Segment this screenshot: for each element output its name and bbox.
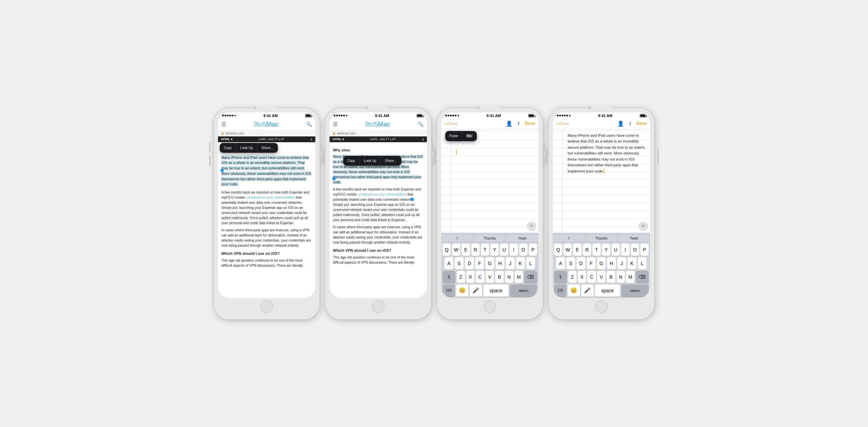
key-shift-4[interactable]: ⇧ — [554, 271, 567, 283]
share-icon-3[interactable]: ⬆ — [517, 121, 521, 126]
key-o-4[interactable]: O — [631, 244, 639, 256]
biu-button-3[interactable]: B|U — [463, 131, 477, 141]
key-e-4[interactable]: E — [573, 244, 581, 256]
copy-button-2[interactable]: Copy — [343, 156, 360, 166]
key-t-3[interactable]: T — [481, 244, 489, 256]
key-q-3[interactable]: Q — [443, 244, 451, 256]
key-b-4[interactable]: B — [607, 271, 615, 283]
key-h-3[interactable]: H — [496, 257, 504, 269]
key-h-4[interactable]: H — [607, 257, 616, 269]
suggestion-yeah-3[interactable]: Yeah — [506, 234, 538, 242]
key-e-3[interactable]: E — [462, 244, 470, 256]
share-button-1[interactable]: Share... — [257, 143, 278, 153]
plus-button-4[interactable]: + — [638, 221, 648, 231]
key-t-4[interactable]: T — [592, 244, 601, 256]
lookup-button-1[interactable]: Look Up — [236, 143, 257, 153]
done-button-3[interactable]: Done — [525, 121, 535, 126]
plus-button-3[interactable]: + — [527, 221, 536, 231]
paste-button-3[interactable]: Paste — [445, 131, 463, 141]
key-g-4[interactable]: G — [597, 257, 606, 269]
hamburger-icon-1[interactable]: ☰ — [221, 121, 226, 128]
key-s-3[interactable]: S — [455, 257, 464, 269]
suggestion-yeah-4[interactable]: Yeah — [618, 234, 650, 242]
share-button-2[interactable]: Share... — [381, 156, 401, 166]
key-v-3[interactable]: V — [486, 271, 494, 283]
key-i-3[interactable]: I — [510, 244, 518, 256]
key-emoji-4[interactable]: 😊 — [568, 284, 580, 297]
key-mic-4[interactable]: 🎤 — [581, 284, 594, 297]
key-r-4[interactable]: R — [583, 244, 591, 256]
key-p-4[interactable]: P — [640, 244, 649, 256]
key-g-3[interactable]: G — [485, 257, 494, 269]
suggestion-i-4[interactable]: I — [553, 234, 585, 242]
notes-back-3[interactable]: ‹ iCloud — [445, 121, 457, 126]
key-d-3[interactable]: D — [465, 257, 474, 269]
key-v-4[interactable]: V — [597, 271, 605, 283]
key-w-4[interactable]: W — [564, 244, 572, 256]
key-y-3[interactable]: Y — [490, 244, 499, 256]
key-z-3[interactable]: Z — [457, 271, 465, 283]
key-o-3[interactable]: O — [519, 244, 528, 256]
key-q-4[interactable]: Q — [554, 244, 562, 256]
key-m-3[interactable]: M — [515, 271, 523, 283]
key-f-4[interactable]: F — [587, 257, 596, 269]
key-n-3[interactable]: N — [505, 271, 513, 283]
key-u-4[interactable]: U — [612, 244, 620, 256]
suggestion-thanks-4[interactable]: Thanks — [585, 234, 618, 242]
key-k-3[interactable]: K — [516, 257, 525, 269]
key-f-3[interactable]: F — [475, 257, 484, 269]
key-c-4[interactable]: C — [587, 271, 596, 283]
key-j-3[interactable]: J — [506, 257, 515, 269]
key-mic-3[interactable]: 🎤 — [470, 284, 482, 297]
lookup-button-2[interactable]: Look Up — [360, 156, 381, 166]
home-button-1[interactable] — [260, 300, 273, 313]
key-s-4[interactable]: S — [566, 257, 575, 269]
key-z-4[interactable]: Z — [568, 271, 577, 283]
key-k-4[interactable]: K — [628, 257, 636, 269]
person-icon-4[interactable]: 👤 — [617, 120, 624, 127]
notes-back-4[interactable]: ‹ iCloud — [556, 121, 569, 126]
key-l-3[interactable]: L — [526, 257, 535, 269]
search-icon-1[interactable]: 🔍 — [306, 121, 312, 127]
key-l-4[interactable]: L — [638, 257, 647, 269]
article-link-1[interactable]: contained security vulnerabilities — [246, 196, 295, 199]
key-space-4[interactable]: space — [595, 284, 620, 297]
key-delete-4[interactable]: ⌫ — [636, 271, 649, 283]
key-w-3[interactable]: W — [452, 244, 460, 256]
done-button-4[interactable]: Done — [636, 121, 647, 126]
key-d-4[interactable]: D — [577, 257, 585, 269]
notes-content-4[interactable]: Many iPhone and iPad users have come to … — [553, 129, 650, 233]
key-r-3[interactable]: R — [471, 244, 480, 256]
article-link-2[interactable]: contained security vulnerabilities — [357, 193, 406, 196]
url-bar-2[interactable]: 🔒 9to5mac.com — [330, 131, 427, 136]
key-y-4[interactable]: Y — [602, 244, 610, 256]
hamburger-icon-2[interactable]: ☰ — [333, 121, 338, 128]
key-p-3[interactable]: P — [529, 244, 537, 256]
key-123-4[interactable]: 123 — [554, 284, 566, 297]
home-button-3[interactable] — [483, 300, 496, 313]
home-button-4[interactable] — [595, 300, 608, 313]
suggestion-i-3[interactable]: I — [441, 234, 474, 242]
key-shift-3[interactable]: ⇧ — [443, 271, 455, 283]
key-return-4[interactable]: return — [621, 284, 649, 297]
key-x-3[interactable]: X — [466, 271, 474, 283]
key-space-3[interactable]: space — [483, 284, 508, 297]
search-icon-2[interactable]: 🔍 — [418, 121, 423, 127]
suggestion-thanks-3[interactable]: Thanks — [474, 234, 506, 242]
key-c-3[interactable]: C — [476, 271, 484, 283]
person-icon-3[interactable]: 👤 — [506, 120, 513, 127]
key-u-3[interactable]: U — [500, 244, 508, 256]
key-emoji-3[interactable]: 😊 — [456, 284, 468, 297]
key-i-4[interactable]: I — [621, 244, 629, 256]
copy-button-1[interactable]: Copy — [220, 143, 236, 153]
key-123-3[interactable]: 123 — [443, 284, 455, 297]
key-a-4[interactable]: A — [556, 257, 565, 269]
url-bar-1[interactable]: 🔒 9to5mac.com — [218, 131, 315, 136]
home-button-2[interactable] — [372, 300, 385, 313]
key-b-3[interactable]: B — [495, 271, 503, 283]
key-delete-3[interactable]: ⌫ — [524, 271, 537, 283]
key-m-4[interactable]: M — [626, 271, 634, 283]
notes-content-3[interactable]: Paste B|U + — [441, 129, 538, 233]
key-j-4[interactable]: J — [617, 257, 626, 269]
share-icon-4[interactable]: ⬆ — [628, 121, 632, 126]
